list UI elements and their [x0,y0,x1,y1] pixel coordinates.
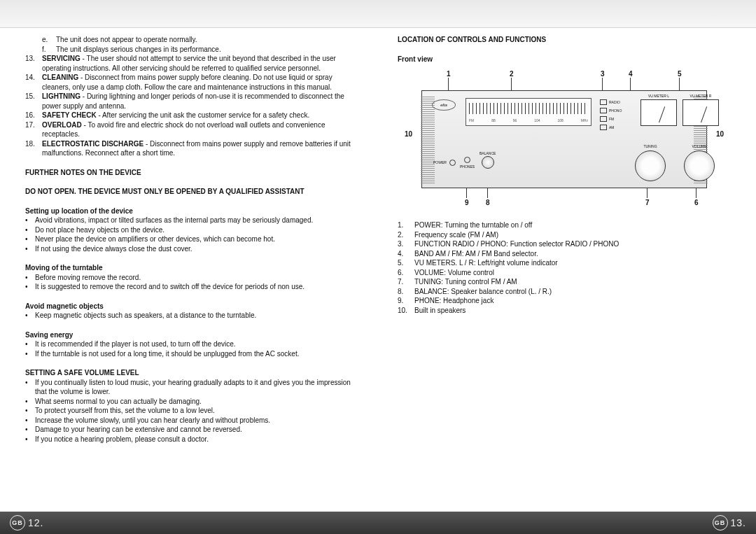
bullet-item: Increase the volume slowly, until you ca… [35,416,358,426]
heading-location: LOCATION OF CONTROLS AND FUNCTIONS [398,35,731,45]
front-view-diagram: 1 2 3 4 5 10 10 elta FM [398,69,731,209]
tuning-knob: TUNING [634,144,667,181]
volume-knob: VOLUME [682,144,716,181]
heading-volume: SETTING A SAFE VOLUME LEVEL [25,368,358,378]
heading-moving: Moving of the turntable [25,263,358,273]
left-column: e.The unit does not appear to operate no… [0,35,378,506]
bullet-item: Damage to your hearing can be extensive … [35,425,358,435]
continued-mainlist: 13.SERVICING - The user should not attem… [25,54,358,158]
lang-badge-icon: GB [10,515,25,531]
bullet-item: Never place the device on amplifiers or … [35,234,358,244]
controls-list: 1.POWER: Turning the turntable on / off2… [398,220,731,315]
bullet-item: Keep magnetic objects such as speakers, … [35,311,358,321]
phones-jack: PHONES [460,157,475,169]
list-item: 15.LIGHTNING - During lightning and long… [25,92,358,111]
callout-6: 6 [694,198,699,208]
header-band [0,0,756,28]
heading-setup: Setting up location of the device [25,206,358,216]
bullet-item: It is suggested to remove the record and… [35,282,358,292]
list-item: 18.ELECTROSTATIC DISCHARGE - Disconnect … [25,139,358,158]
page-number-left: GB 12. [10,515,43,531]
list-item: 17.OVERLOAD - To avoid fire and electric… [25,120,358,139]
device-outline: elta FM8896104108MHz RADIO PHONO FM AM V… [421,90,707,188]
bullet-item: Before moving remove the record. [35,273,358,283]
sub-item: f.The unit displays serious changes in i… [42,45,358,55]
vu-meter-right: VU METER R [682,99,719,126]
callout-10-left: 10 [405,129,412,139]
list-item: 14.CLEANING - Disconnect from mains powe… [25,73,358,92]
bullet-item: What seems normal to you can actually be… [35,397,358,407]
callout-8: 8 [486,198,490,208]
power-button: POWER [433,160,456,166]
control-item: 9.PHONE: Headphone jack [398,296,731,306]
frequency-scale: FM8896104108MHz [465,98,592,126]
control-item: 7.TUNING: Tuning control FM / AM [398,277,731,287]
bullet-item: Do not place heavy objects on the device… [35,225,358,235]
right-column: LOCATION OF CONTROLS AND FUNCTIONS Front… [378,35,756,506]
list-item: 13.SERVICING - The user should not attem… [25,54,358,73]
callouts-top: 1 2 3 4 5 [426,69,703,83]
bullet-item: If you notice a hearing problem, please … [35,435,358,444]
list-item: 16.SAFETY CHECK - After servicing the un… [25,111,358,120]
control-item: 4.BAND AM / FM: AM / FM Band selector. [398,249,731,259]
control-item: 8.BALANCE: Speaker balance control (L. /… [398,287,731,297]
list-setup: Avoid vibrations, impact or tilted surfa… [25,216,358,253]
heading-warning: DO NOT OPEN. THE DEVICE MUST ONLY BE OPE… [25,187,358,197]
callout-10-right: 10 [716,129,724,139]
switch-group: RADIO PHONO FM AM [600,99,632,130]
bullet-item: If you continually listen to loud music,… [35,378,358,397]
brand-logo: elta [432,99,456,111]
control-item: 1.POWER: Turning the turntable on / off [398,220,731,230]
lang-badge-icon: GB [713,515,728,531]
page-number-right: GB 13. [713,515,746,531]
bullet-item: Avoid vibrations, impact or tilted surfa… [35,216,358,225]
list-energy: It is recommended if the player is not u… [25,339,358,358]
control-item: 2.Frequency scale (FM / AM) [398,230,731,240]
bullet-item: If not using the device always close the… [35,244,358,254]
list-mag: Keep magnetic objects such as speakers, … [25,311,358,321]
control-item: 5.VU METERS. L / R: Left/right volume in… [398,258,731,268]
bullet-item: If the turntable is not used for a long … [35,349,358,359]
bullet-item: It is recommended if the player is not u… [35,339,358,349]
list-volume: If you continually listen to loud music,… [25,378,358,444]
control-item: 6.VOLUME: Volume control [398,268,731,278]
callouts-bottom: 9 8 7 6 [426,198,703,209]
list-moving: Before moving remove the record.It is su… [25,273,358,292]
callout-7: 7 [645,198,650,208]
heading-frontview: Front view [398,55,731,64]
continued-sublist: e.The unit does not appear to operate no… [25,35,358,54]
vu-meter-left: VU METER L [640,99,677,126]
callout-9: 9 [465,198,469,208]
balance-knob: BALANCE [479,151,496,169]
heading-energy: Saving energy [25,330,358,340]
heading-further: FURTHER NOTES ON THE DEVICE [25,168,358,178]
sub-item: e.The unit does not appear to operate no… [42,35,358,45]
control-item: 10.Built in speakers [398,306,731,316]
page-footer: GB 12. GB 13. [0,512,756,534]
bullet-item: To protect yourself from this, set the v… [35,406,358,416]
heading-mag: Avoid magnetic objects [25,302,358,311]
control-item: 3.FUNCTION RADIO / PHONO: Function selec… [398,239,731,249]
